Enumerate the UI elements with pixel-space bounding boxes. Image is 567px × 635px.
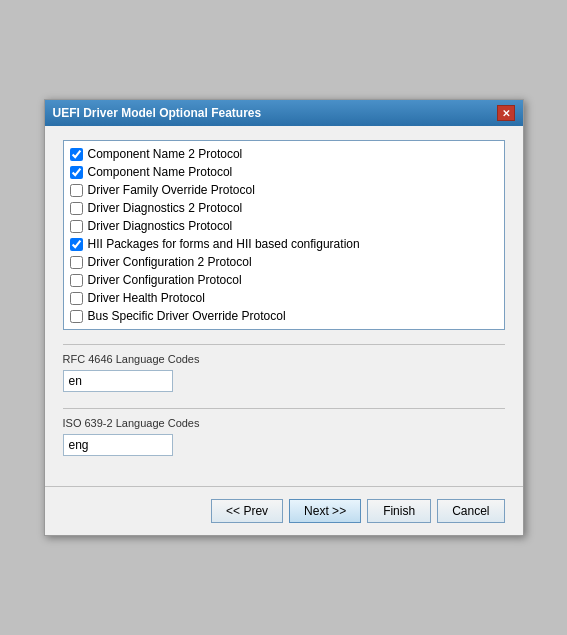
content-area: Component Name 2 ProtocolComponent Name … (45, 126, 523, 486)
checkbox-driver-health[interactable] (70, 292, 83, 305)
checklist-label-driver-family-override: Driver Family Override Protocol (88, 183, 255, 197)
checklist-item-hii-packages[interactable]: HII Packages for forms and HII based con… (64, 235, 504, 253)
close-button[interactable]: ✕ (497, 105, 515, 121)
checkbox-hii-packages[interactable] (70, 238, 83, 251)
checklist-item-bus-specific[interactable]: Bus Specific Driver Override Protocol (64, 307, 504, 325)
checkbox-component-name-2[interactable] (70, 148, 83, 161)
footer: << Prev Next >> Finish Cancel (45, 486, 523, 535)
divider-1 (63, 344, 505, 345)
next-button[interactable]: Next >> (289, 499, 361, 523)
checklist-item-driver-config-2[interactable]: Driver Configuration 2 Protocol (64, 253, 504, 271)
window-title: UEFI Driver Model Optional Features (53, 106, 262, 120)
divider-2 (63, 408, 505, 409)
checklist-item-driver-health[interactable]: Driver Health Protocol (64, 289, 504, 307)
rfc-input[interactable] (63, 370, 173, 392)
checklist-label-driver-health: Driver Health Protocol (88, 291, 205, 305)
checkbox-driver-family-override[interactable] (70, 184, 83, 197)
rfc-label: RFC 4646 Language Codes (63, 353, 505, 365)
checkbox-driver-config[interactable] (70, 274, 83, 287)
checklist-label-driver-config: Driver Configuration Protocol (88, 273, 242, 287)
checklist-item-component-name-2[interactable]: Component Name 2 Protocol (64, 145, 504, 163)
checkbox-component-name[interactable] (70, 166, 83, 179)
checklist-item-component-name[interactable]: Component Name Protocol (64, 163, 504, 181)
checklist-label-hii-packages: HII Packages for forms and HII based con… (88, 237, 360, 251)
checklist-label-driver-diagnostics-2: Driver Diagnostics 2 Protocol (88, 201, 243, 215)
checkbox-driver-config-2[interactable] (70, 256, 83, 269)
checklist-label-component-name-2: Component Name 2 Protocol (88, 147, 243, 161)
main-window: UEFI Driver Model Optional Features ✕ Co… (44, 99, 524, 536)
finish-button[interactable]: Finish (367, 499, 431, 523)
checklist-label-driver-diagnostics: Driver Diagnostics Protocol (88, 219, 233, 233)
checklist-item-driver-diagnostics[interactable]: Driver Diagnostics Protocol (64, 217, 504, 235)
checklist-item-driver-config[interactable]: Driver Configuration Protocol (64, 271, 504, 289)
checkbox-driver-diagnostics-2[interactable] (70, 202, 83, 215)
title-bar: UEFI Driver Model Optional Features ✕ (45, 100, 523, 126)
checklist-item-driver-diagnostics-2[interactable]: Driver Diagnostics 2 Protocol (64, 199, 504, 217)
checklist-box[interactable]: Component Name 2 ProtocolComponent Name … (63, 140, 505, 330)
checkbox-driver-diagnostics[interactable] (70, 220, 83, 233)
iso-label: ISO 639-2 Language Codes (63, 417, 505, 429)
checklist-label-driver-config-2: Driver Configuration 2 Protocol (88, 255, 252, 269)
cancel-button[interactable]: Cancel (437, 499, 504, 523)
checkbox-bus-specific[interactable] (70, 310, 83, 323)
checklist-label-component-name: Component Name Protocol (88, 165, 233, 179)
checklist-label-bus-specific: Bus Specific Driver Override Protocol (88, 309, 286, 323)
checklist-item-driver-family-override[interactable]: Driver Family Override Protocol (64, 181, 504, 199)
iso-input[interactable] (63, 434, 173, 456)
prev-button[interactable]: << Prev (211, 499, 283, 523)
